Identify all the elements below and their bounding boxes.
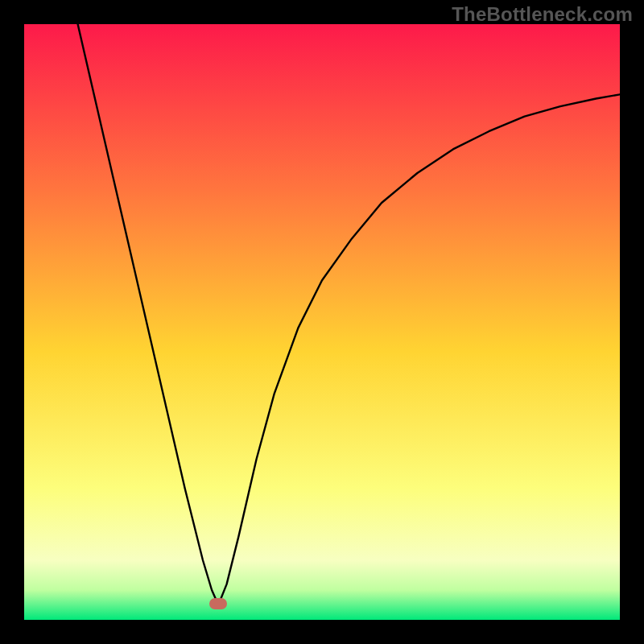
watermark-text: TheBottleneck.com bbox=[452, 3, 633, 26]
chart-frame: TheBottleneck.com bbox=[0, 0, 644, 644]
minimum-marker bbox=[209, 598, 227, 609]
plot-area bbox=[24, 24, 620, 620]
curve-line bbox=[24, 24, 620, 620]
